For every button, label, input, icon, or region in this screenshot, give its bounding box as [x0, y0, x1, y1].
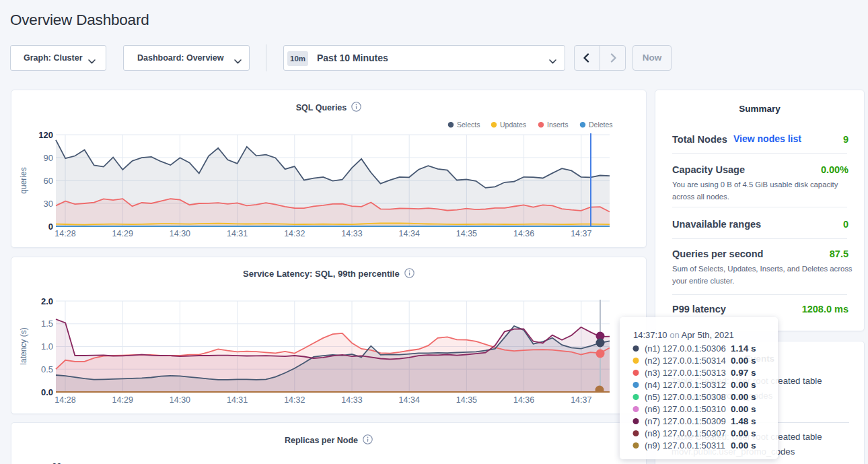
svg-text:(n6) 127.0.0.1:50310: (n6) 127.0.0.1:50310	[645, 404, 726, 414]
svg-text:(n9) 127.0.0.1:50311: (n9) 127.0.0.1:50311	[645, 440, 725, 451]
svg-text:0.00 s: 0.00 s	[731, 356, 756, 366]
svg-text:14:30: 14:30	[170, 229, 190, 238]
svg-text:14:35: 14:35	[456, 229, 477, 238]
svg-text:14:35: 14:35	[456, 395, 477, 405]
svg-text:Selects: Selects	[457, 121, 480, 129]
svg-text:2.0: 2.0	[41, 296, 53, 306]
svg-text:0.00 s: 0.00 s	[731, 380, 756, 390]
svg-text:14:30: 14:30	[170, 395, 190, 405]
svg-text:14:31: 14:31	[227, 395, 248, 405]
svg-text:(n2) 127.0.0.1:50314: (n2) 127.0.0.1:50314	[645, 356, 726, 366]
svg-text:queries: queries	[19, 167, 28, 193]
svg-text:14:34: 14:34	[399, 395, 420, 405]
svg-text:1.5: 1.5	[41, 319, 53, 329]
svg-text:(n4) 127.0.0.1:50312: (n4) 127.0.0.1:50312	[645, 380, 726, 390]
svg-text:14:37: 14:37	[571, 229, 591, 238]
svg-text:14:32: 14:32	[284, 395, 305, 405]
svg-text:(n8) 127.0.0.1:50307: (n8) 127.0.0.1:50307	[645, 428, 726, 438]
svg-text:14:36: 14:36	[513, 395, 534, 405]
svg-text:14:32: 14:32	[284, 229, 305, 238]
svg-text:14:33: 14:33	[341, 229, 362, 238]
svg-text:latency (s): latency (s)	[19, 327, 28, 364]
svg-text:14:33: 14:33	[341, 395, 362, 405]
svg-text:0.00 s: 0.00 s	[731, 392, 756, 402]
svg-text:60: 60	[44, 176, 53, 186]
svg-text:1.48 s: 1.48 s	[731, 416, 756, 426]
svg-text:0: 0	[48, 222, 53, 232]
svg-text:0.5: 0.5	[41, 364, 53, 374]
svg-text:14:37: 14:37	[571, 395, 591, 405]
svg-text:14:36: 14:36	[513, 229, 534, 238]
svg-text:0.0: 0.0	[41, 387, 53, 397]
svg-text:(n1) 127.0.0.1:50306: (n1) 127.0.0.1:50306	[645, 343, 726, 354]
svg-text:(n7) 127.0.0.1:50309: (n7) 127.0.0.1:50309	[645, 416, 726, 426]
svg-text:14:29: 14:29	[112, 395, 133, 405]
svg-text:14:28: 14:28	[55, 395, 75, 405]
svg-text:90: 90	[44, 153, 53, 163]
svg-text:0.00 s: 0.00 s	[731, 428, 756, 438]
svg-text:14:29: 14:29	[112, 229, 133, 238]
svg-text:1.0: 1.0	[41, 341, 53, 352]
svg-text:(n3) 127.0.0.1:50313: (n3) 127.0.0.1:50313	[645, 368, 726, 378]
svg-text:Inserts: Inserts	[547, 121, 569, 129]
svg-text:14:28: 14:28	[55, 229, 75, 238]
svg-text:0.00 s: 0.00 s	[731, 440, 756, 451]
svg-text:(n5) 127.0.0.1:50308: (n5) 127.0.0.1:50308	[645, 392, 726, 402]
svg-text:1.14 s: 1.14 s	[731, 343, 756, 354]
svg-text:0.00 s: 0.00 s	[731, 404, 756, 414]
svg-text:Deletes: Deletes	[589, 121, 613, 129]
svg-text:120: 120	[38, 130, 53, 140]
svg-text:Updates: Updates	[500, 121, 526, 129]
svg-text:14:31: 14:31	[227, 229, 248, 238]
svg-text:30: 30	[44, 199, 53, 209]
svg-text:0.97 s: 0.97 s	[731, 368, 756, 378]
svg-text:14:34: 14:34	[399, 229, 420, 238]
